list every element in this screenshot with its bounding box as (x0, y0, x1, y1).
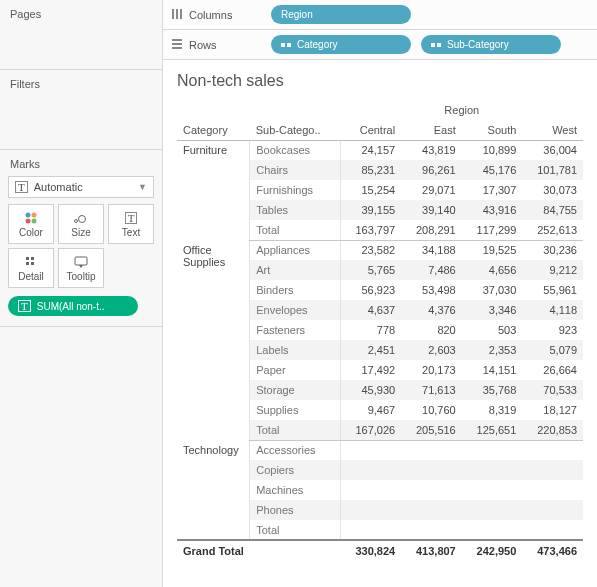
subcategory-cell: Envelopes (250, 300, 341, 320)
value-cell: 84,755 (522, 200, 583, 220)
detail-button[interactable]: Detail (8, 248, 54, 288)
mark-type-label: Automatic (34, 181, 83, 193)
subcategory-cell: Furnishings (250, 180, 341, 200)
value-cell: 24,157 (341, 140, 402, 160)
value-cell: 4,637 (341, 300, 402, 320)
value-cell: 7,486 (401, 260, 462, 280)
category-cell: Technology (177, 440, 250, 540)
columns-shelf[interactable]: Columns Region (163, 0, 597, 30)
value-cell (401, 440, 462, 460)
size-icon (73, 211, 89, 225)
subcategory-cell: Binders (250, 280, 341, 300)
subcategory-cell: Bookcases (250, 140, 341, 160)
value-cell: 43,819 (401, 140, 462, 160)
value-cell: 30,236 (522, 240, 583, 260)
value-cell: 18,127 (522, 400, 583, 420)
svg-point-4 (75, 219, 78, 222)
subtotal-value: 163,797 (341, 220, 402, 240)
subcategory-cell: Labels (250, 340, 341, 360)
value-cell (401, 460, 462, 480)
subtotal-label: Total (250, 520, 341, 540)
svg-rect-11 (172, 9, 174, 19)
value-cell: 4,656 (462, 260, 523, 280)
rows-pill-category[interactable]: Category (271, 35, 411, 54)
value-cell (462, 500, 523, 520)
rows-shelf[interactable]: Rows Category Sub-Category (163, 30, 597, 60)
subtotal-value (401, 520, 462, 540)
subcategory-cell: Copiers (250, 460, 341, 480)
value-cell: 29,071 (401, 180, 462, 200)
grand-total-value: 413,807 (401, 540, 462, 560)
rows-pill-subcategory[interactable]: Sub-Category (421, 35, 561, 54)
svg-point-0 (26, 212, 31, 217)
svg-rect-15 (172, 43, 182, 45)
subtotal-value: 205,516 (401, 420, 462, 440)
worksheet-area: Columns Region Rows Category Sub-Categor… (163, 0, 597, 587)
value-cell: 39,155 (341, 200, 402, 220)
subtotal-value: 125,651 (462, 420, 523, 440)
column-headers: Category Sub-Catego.. Central East South… (177, 120, 583, 140)
rows-icon (171, 38, 183, 52)
value-cell: 778 (341, 320, 402, 340)
value-cell: 10,899 (462, 140, 523, 160)
value-cell: 35,768 (462, 380, 523, 400)
text-button[interactable]: T Text (108, 204, 154, 244)
svg-rect-16 (172, 47, 182, 49)
subcategory-cell: Paper (250, 360, 341, 380)
subtotal-value: 208,291 (401, 220, 462, 240)
columns-pill-region[interactable]: Region (271, 5, 411, 24)
subcategory-cell: Machines (250, 480, 341, 500)
subtotal-label: Total (250, 420, 341, 440)
marks-title: Marks (8, 158, 154, 170)
subtotal-value: 117,299 (462, 220, 523, 240)
header-region: South (462, 120, 523, 140)
header-region: West (522, 120, 583, 140)
subtotal-value: 167,026 (341, 420, 402, 440)
value-cell: 5,079 (522, 340, 583, 360)
hierarchy-icon (431, 40, 441, 50)
value-cell: 4,118 (522, 300, 583, 320)
table-row: OfficeSuppliesAppliances23,58234,18819,5… (177, 240, 583, 260)
value-cell: 56,923 (341, 280, 402, 300)
svg-rect-8 (26, 262, 29, 265)
value-cell: 2,451 (341, 340, 402, 360)
value-cell (341, 460, 402, 480)
color-button[interactable]: Color (8, 204, 54, 244)
subcategory-cell: Fasteners (250, 320, 341, 340)
value-cell: 30,073 (522, 180, 583, 200)
value-cell: 20,173 (401, 360, 462, 380)
side-panel: Pages Filters Marks T Automatic ▼ Color (0, 0, 163, 587)
svg-rect-9 (31, 262, 34, 265)
svg-rect-17 (281, 43, 285, 47)
value-cell (341, 480, 402, 500)
value-cell: 17,492 (341, 360, 402, 380)
filters-shelf[interactable]: Filters (0, 70, 162, 150)
value-cell: 8,319 (462, 400, 523, 420)
header-category: Category (177, 120, 250, 140)
filters-title: Filters (10, 78, 152, 90)
size-button[interactable]: Size (58, 204, 104, 244)
header-region: East (401, 120, 462, 140)
crosstab: Region Category Sub-Catego.. Central Eas… (177, 100, 583, 560)
svg-point-2 (26, 218, 31, 223)
color-icon (24, 211, 38, 225)
value-cell: 17,307 (462, 180, 523, 200)
svg-rect-6 (26, 257, 29, 260)
value-cell: 9,212 (522, 260, 583, 280)
value-cell (341, 440, 402, 460)
value-cell: 9,467 (341, 400, 402, 420)
measure-pill[interactable]: T SUM(All non-t.. (8, 296, 138, 316)
value-cell: 15,254 (341, 180, 402, 200)
value-cell: 923 (522, 320, 583, 340)
viz-canvas[interactable]: Non-tech sales Region Category Sub-Categ… (163, 60, 597, 587)
svg-rect-20 (437, 43, 441, 47)
value-cell: 34,188 (401, 240, 462, 260)
value-cell (522, 460, 583, 480)
tooltip-button[interactable]: Tooltip (58, 248, 104, 288)
subcategory-cell: Tables (250, 200, 341, 220)
category-cell: Furniture (177, 140, 250, 240)
mark-type-dropdown[interactable]: T Automatic ▼ (8, 176, 154, 198)
category-cell: OfficeSupplies (177, 240, 250, 440)
svg-rect-10 (75, 257, 87, 265)
pages-shelf[interactable]: Pages (0, 0, 162, 70)
